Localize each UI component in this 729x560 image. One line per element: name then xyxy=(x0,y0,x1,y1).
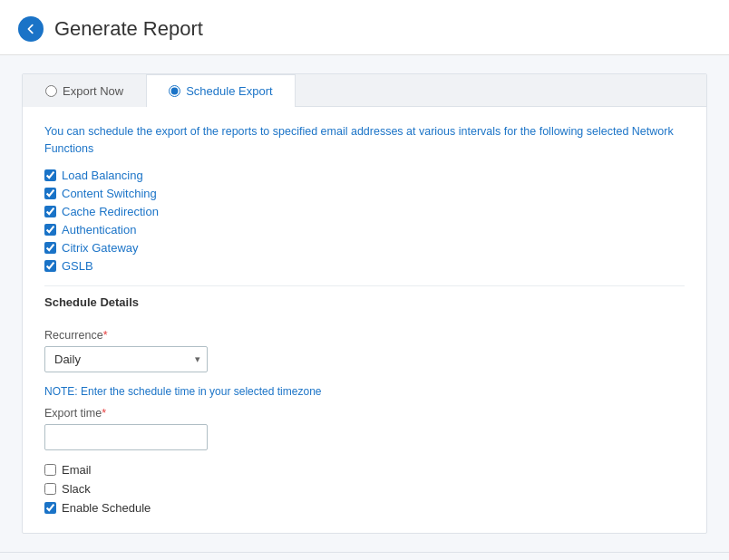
card-body: You can schedule the export of the repor… xyxy=(23,107,706,533)
note-text: NOTE: Enter the schedule time in your se… xyxy=(44,385,685,398)
gslb-checkbox[interactable] xyxy=(44,260,56,272)
authentication-label[interactable]: Authentication xyxy=(62,223,136,237)
load-balancing-label[interactable]: Load Balancing xyxy=(62,169,143,182)
export-time-group: Export time* 09:15 xyxy=(44,407,685,450)
email-label[interactable]: Email xyxy=(62,463,92,477)
back-button[interactable] xyxy=(18,16,44,42)
recurrence-select-wrapper: DailyWeeklyMonthly ▾ xyxy=(44,346,208,372)
network-functions-list: Load BalancingContent SwitchingCache Red… xyxy=(44,169,685,273)
content-switching-checkbox[interactable] xyxy=(44,188,56,199)
citrix-gateway-label[interactable]: Citrix Gateway xyxy=(62,241,139,255)
page-wrapper: Generate Report Export Now Schedule Expo… xyxy=(0,0,729,560)
list-item: Slack xyxy=(44,482,685,496)
gslb-label[interactable]: GSLB xyxy=(62,259,93,273)
cache-redirection-checkbox[interactable] xyxy=(44,206,56,217)
enable-schedule-label[interactable]: Enable Schedule xyxy=(62,501,151,515)
slack-checkbox[interactable] xyxy=(44,483,56,495)
email-checkbox[interactable] xyxy=(44,464,56,476)
authentication-checkbox[interactable] xyxy=(44,224,56,236)
tabs-container: Export Now Schedule Export xyxy=(23,74,706,107)
list-item: GSLB xyxy=(44,259,685,273)
tab-schedule-export[interactable]: Schedule Export xyxy=(146,74,295,107)
list-item: Cache Redirection xyxy=(44,205,685,218)
cache-redirection-label[interactable]: Cache Redirection xyxy=(62,205,159,218)
export-now-radio[interactable] xyxy=(45,85,57,97)
export-time-input[interactable]: 09:15 xyxy=(44,424,208,450)
schedule-export-label: Schedule Export xyxy=(186,84,272,98)
list-item: Citrix Gateway xyxy=(44,241,685,255)
enable-schedule-checkbox[interactable] xyxy=(44,502,56,514)
report-card: Export Now Schedule Export You can sched… xyxy=(22,73,707,534)
recurrence-label: Recurrence* xyxy=(44,329,685,342)
list-item: Email xyxy=(44,463,685,477)
footer: OK Close xyxy=(0,552,729,561)
info-text: You can schedule the export of the repor… xyxy=(44,123,685,158)
list-item: Authentication xyxy=(44,223,685,237)
recurrence-select[interactable]: DailyWeeklyMonthly xyxy=(44,346,208,372)
schedule-details-title: Schedule Details xyxy=(44,285,685,318)
list-item: Load Balancing xyxy=(44,169,685,182)
list-item: Content Switching xyxy=(44,187,685,200)
tab-export-now[interactable]: Export Now xyxy=(23,74,146,107)
list-item: Enable Schedule xyxy=(44,501,685,515)
page-title: Generate Report xyxy=(54,17,203,41)
export-now-label: Export Now xyxy=(63,84,123,98)
notification-checkboxes: EmailSlackEnable Schedule xyxy=(44,463,685,515)
recurrence-group: Recurrence* DailyWeeklyMonthly ▾ xyxy=(44,329,685,372)
content-switching-label[interactable]: Content Switching xyxy=(62,187,157,200)
schedule-export-radio[interactable] xyxy=(169,85,180,97)
citrix-gateway-checkbox[interactable] xyxy=(44,242,56,254)
main-content: Export Now Schedule Export You can sched… xyxy=(0,55,729,552)
header: Generate Report xyxy=(0,0,729,55)
slack-label[interactable]: Slack xyxy=(62,482,91,496)
export-time-label: Export time* xyxy=(44,407,685,420)
load-balancing-checkbox[interactable] xyxy=(44,169,56,181)
